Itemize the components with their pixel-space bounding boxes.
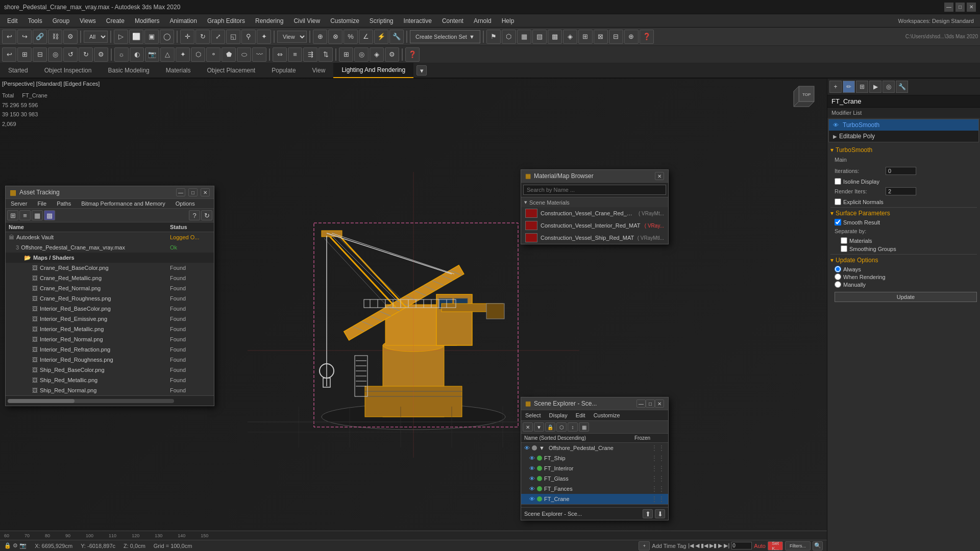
se-item-ship[interactable]: 👁 FT_Ship ⋮⋮	[521, 453, 668, 463]
bind-button[interactable]: ⚙	[63, 30, 78, 44]
tb2-btn1[interactable]: ↩	[2, 47, 16, 62]
at-row-vault[interactable]: 🏛 Autodesk Vault Logged O...	[6, 232, 214, 242]
ts-isoline-checkbox[interactable]	[835, 178, 841, 185]
viewport[interactable]: [Perspective] [Standard] [Edged Faces] T…	[0, 79, 827, 551]
at-menu-options[interactable]: Options	[170, 199, 200, 208]
minimize-button[interactable]: —	[944, 3, 953, 12]
se-search-btn[interactable]: ✕	[523, 422, 533, 432]
sp-materials-checkbox[interactable]	[841, 237, 847, 244]
se-cols-btn[interactable]: ▦	[579, 422, 589, 432]
at-tb1[interactable]: ⊞	[7, 210, 18, 220]
rp-icon-display[interactable]: ◎	[883, 81, 895, 93]
tb2-btn5[interactable]: ↺	[63, 47, 78, 62]
maximize-button[interactable]: □	[955, 3, 965, 12]
magnet-btn[interactable]: ⚡	[374, 30, 388, 44]
menu-group[interactable]: Group	[47, 16, 75, 26]
uo-rendering-radio[interactable]	[835, 273, 841, 280]
select-rect[interactable]: ▣	[144, 30, 159, 44]
move-button[interactable]: ✛	[180, 30, 194, 44]
misc-btn4[interactable]: ▧	[532, 30, 547, 44]
filters-btn[interactable]: Filters...	[785, 541, 811, 550]
snap-btn[interactable]: 🔧	[389, 30, 404, 44]
menu-content[interactable]: Content	[437, 16, 469, 26]
redo-button[interactable]: ↪	[17, 30, 32, 44]
rp-icon-motion[interactable]: ▶	[869, 81, 881, 93]
menu-views[interactable]: Views	[75, 16, 101, 26]
se-item-root[interactable]: 👁 ▼ Offshore_Pedestal_Crane ⋮⋮	[521, 443, 668, 453]
tb2-particle[interactable]: ⚬	[206, 47, 220, 62]
view-mode-dropdown[interactable]: View	[277, 31, 307, 43]
tab-more-button[interactable]: ▾	[416, 65, 427, 76]
sp-smoothing-checkbox[interactable]	[841, 245, 847, 252]
frame-input[interactable]	[731, 542, 752, 549]
at-row-img13[interactable]: 🖼 Ship_Red_Normal.png Found	[6, 385, 214, 395]
at-maximize[interactable]: □	[188, 188, 198, 196]
ts-iterations-input[interactable]	[886, 167, 916, 175]
misc-btn6[interactable]: ◈	[563, 30, 577, 44]
close-button[interactable]: ✕	[967, 3, 976, 12]
rp-icon-modify[interactable]: ✏	[843, 81, 855, 93]
at-close[interactable]: ✕	[201, 188, 210, 196]
at-row-img2[interactable]: 🖼 Crane_Red_Metallic.png Found	[6, 273, 214, 283]
misc-btn10[interactable]: ⊕	[624, 30, 639, 44]
tb2-render[interactable]: ◎	[354, 47, 369, 62]
menu-help[interactable]: Help	[497, 16, 520, 26]
menu-civil-view[interactable]: Civil View	[288, 16, 325, 26]
mat-item-2[interactable]: Construction_Vessel_Interior_Red_MAT ( V…	[521, 219, 668, 232]
select-region-button[interactable]: ⬜	[129, 30, 143, 44]
modifier-editable-poly[interactable]: ▶ Editable Poly	[829, 131, 978, 142]
menu-create[interactable]: Create	[101, 16, 130, 26]
se-maximize[interactable]: □	[646, 399, 655, 408]
select-circle[interactable]: ◯	[160, 30, 174, 44]
menu-graph-editors[interactable]: Graph Editors	[202, 16, 250, 26]
mat-item-3[interactable]: Construction_Vessel_Ship_Red_MAT ( VRayM…	[521, 232, 668, 244]
rp-icon-utilities[interactable]: 🔧	[896, 81, 908, 93]
misc-btn1[interactable]: ⚑	[486, 30, 501, 44]
se-menu-customize[interactable]: Customize	[592, 411, 622, 419]
se-minimize[interactable]: —	[636, 399, 646, 408]
menu-interactive[interactable]: Interactive	[399, 16, 437, 26]
tb2-question[interactable]: ❓	[405, 47, 420, 62]
at-row-file[interactable]: 3 Offshore_Pedestal_Crane_max_vray.max O…	[6, 242, 214, 253]
tb2-cam[interactable]: 📷	[145, 47, 159, 62]
link-button[interactable]: 🔗	[33, 30, 47, 44]
misc-btn2[interactable]: ⬡	[502, 30, 516, 44]
add-time-tag-button[interactable]: +	[639, 541, 650, 550]
at-row-img5[interactable]: 🖼 Interior_Red_BaseColor.png Found	[6, 304, 214, 314]
tb2-helper[interactable]: ✦	[176, 47, 190, 62]
mat-search-input[interactable]	[523, 185, 666, 195]
at-row-img10[interactable]: 🖼 Interior_Red_Roughness.png Found	[6, 355, 214, 365]
misc-btn5[interactable]: ▩	[548, 30, 562, 44]
se-item-fances[interactable]: 👁 FT_Fances ⋮⋮	[521, 484, 668, 494]
timeline-zoom[interactable]: 🔍	[813, 541, 823, 550]
at-row-img8[interactable]: 🖼 Interior_Red_Normal.png Found	[6, 334, 214, 344]
se-menu-display[interactable]: Display	[547, 411, 570, 419]
key-btn[interactable]: Set K...	[768, 541, 783, 550]
layer-dropdown[interactable]: All	[84, 31, 108, 43]
se-item-crane[interactable]: 👁 FT_Crane ⋮⋮	[521, 494, 668, 504]
unlink-button[interactable]: ⛓	[48, 30, 62, 44]
se-lock-btn[interactable]: 🔒	[545, 422, 555, 432]
at-row-img1[interactable]: 🖼 Crane_Red_BaseColor.png Found	[6, 263, 214, 273]
tb2-layers[interactable]: ⊞	[339, 47, 353, 62]
menu-scripting[interactable]: Scripting	[364, 16, 399, 26]
at-minimize[interactable]: —	[176, 188, 185, 196]
rp-icon-create[interactable]: +	[829, 81, 842, 93]
sp-smooth-checkbox[interactable]	[835, 219, 841, 226]
tb2-light1[interactable]: ☼	[114, 47, 129, 62]
tb2-mirror[interactable]: ⇔	[273, 47, 287, 62]
menu-arnold[interactable]: Arnold	[469, 16, 497, 26]
misc-btn8[interactable]: ⊠	[594, 30, 608, 44]
ts-render-iters-input[interactable]	[886, 187, 916, 195]
at-row-maps[interactable]: 📂 Maps / Shaders	[6, 253, 214, 263]
mat-item-1[interactable]: Construction_Vessel_Crane_Red_MAT ( VRay…	[521, 207, 668, 219]
scale-button[interactable]: ⤢	[211, 30, 225, 44]
tb2-renderSettings[interactable]: ⚙	[385, 47, 399, 62]
at-row-img7[interactable]: 🖼 Interior_Red_Metallic.png Found	[6, 324, 214, 334]
tb2-spacing[interactable]: ⇶	[303, 47, 317, 62]
menu-edit[interactable]: Edit	[2, 16, 23, 26]
tool5[interactable]: ⚲	[241, 30, 256, 44]
tab-lighting-rendering[interactable]: Lighting And Rendering	[333, 63, 413, 78]
at-row-img4[interactable]: 🖼 Crane_Red_Roughness.png Found	[6, 293, 214, 304]
at-row-img3[interactable]: 🖼 Crane_Red_Normal.png Found	[6, 283, 214, 293]
